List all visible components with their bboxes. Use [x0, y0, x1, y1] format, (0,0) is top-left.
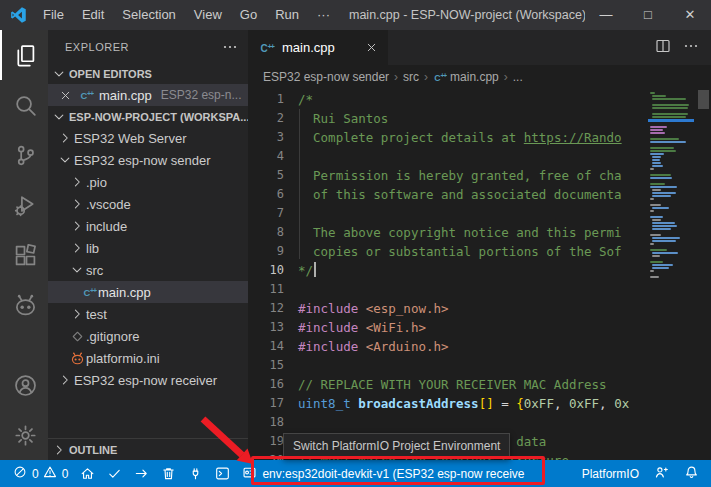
activity-run-and-debug[interactable] — [0, 180, 48, 230]
minimap-line — [650, 150, 676, 152]
breadcrumb-item[interactable]: ... — [513, 70, 523, 84]
tree-item-src[interactable]: src — [48, 259, 248, 281]
code-line-15[interactable]: 15 — [248, 356, 648, 375]
platformio-home-label[interactable]: PlatformIO — [582, 467, 639, 481]
tree-item-esp32-esp-now-sender[interactable]: ESP32 esp-now sender — [48, 149, 248, 171]
tree-item--pio[interactable]: .pio — [48, 171, 248, 193]
menu-run[interactable]: Run — [266, 7, 308, 22]
minimap-line — [652, 192, 676, 194]
breadcrumb-item[interactable]: src — [403, 70, 419, 84]
open-editors-header[interactable]: OPEN EDITORS — [48, 63, 248, 84]
code-text: of this software and associated document… — [298, 185, 622, 204]
breadcrumb-item[interactable]: C++main.cpp — [433, 70, 499, 84]
chevron-down-icon — [68, 263, 86, 277]
code-line-2[interactable]: 2 Rui Santos — [248, 109, 648, 128]
code-editor[interactable]: 1/*2 Rui Santos3 Complete project detail… — [248, 88, 711, 460]
tree-item-main-cpp[interactable]: C++main.cpp — [48, 281, 248, 303]
code-line-16[interactable]: 16// REPLACE WITH YOUR RECEIVER MAC Addr… — [248, 375, 648, 394]
menu-edit[interactable]: Edit — [73, 7, 113, 22]
more-actions-icon[interactable] — [683, 38, 699, 58]
activity-explorer[interactable] — [0, 30, 48, 80]
minimap-line — [652, 237, 680, 239]
minimap-line — [648, 123, 696, 125]
tree-item-test[interactable]: test — [48, 303, 248, 325]
minimap-line — [648, 101, 696, 103]
open-editor-item[interactable]: C++main.cppESP32 esp-n... — [48, 84, 248, 106]
tree-item-include[interactable]: include — [48, 215, 248, 237]
maximize-button[interactable]: □ — [627, 0, 669, 30]
close-button[interactable]: ✕ — [669, 0, 711, 30]
activity-source-control[interactable] — [0, 130, 48, 180]
minimap-line — [650, 261, 663, 263]
tree-item-esp32-esp-now-receiver[interactable]: ESP32 esp-now receiver — [48, 369, 248, 391]
tree-item-platformio-ini[interactable]: platformio.ini — [48, 347, 248, 369]
scrollbar-slider[interactable] — [698, 90, 709, 109]
tab-close-icon[interactable] — [365, 41, 378, 54]
tree-item-label: ESP32 esp-now sender — [74, 153, 211, 168]
pio-clean-button[interactable] — [155, 460, 182, 487]
code-line-8[interactable]: 8 The above copyright notice and this pe… — [248, 223, 648, 242]
minimap[interactable] — [648, 92, 696, 460]
tree-item--gitignore[interactable]: .gitignore — [48, 325, 248, 347]
menu-file[interactable]: File — [34, 7, 73, 22]
minimap-line — [652, 95, 666, 97]
activity-bar-bottom — [0, 360, 48, 460]
platformio-env-selector[interactable]: env:esp32doit-devkit-v1 (ESP32 esp-now r… — [236, 460, 530, 487]
chevron-right-icon — [68, 241, 86, 255]
tab-main-cpp[interactable]: C++ main.cpp — [248, 30, 388, 65]
pio-home-button[interactable] — [74, 460, 101, 487]
tree-item-label: ESP32 esp-now receiver — [74, 373, 217, 388]
code-line-12[interactable]: 12#include <esp_now.h> — [248, 299, 648, 318]
code-line-10[interactable]: 10*/ — [248, 261, 648, 280]
minimap-line — [648, 180, 696, 182]
editor-scrollbar[interactable] — [696, 88, 711, 460]
activity-manage[interactable] — [0, 410, 48, 460]
sidebar-title-row: EXPLORER — [48, 30, 248, 63]
split-editor-icon[interactable] — [655, 38, 671, 58]
code-line-11[interactable]: 11 — [248, 280, 648, 299]
minimap-line — [650, 126, 667, 128]
code-line-4[interactable]: 4 — [248, 147, 648, 166]
code-line-1[interactable]: 1/* — [248, 90, 648, 109]
source-control-icon — [14, 144, 37, 167]
code-line-3[interactable]: 3 Complete project details at https://Ra… — [248, 128, 648, 147]
pio-build-button[interactable] — [101, 460, 128, 487]
code-line-18[interactable]: 18 — [248, 413, 648, 432]
activity-extensions[interactable] — [0, 230, 48, 280]
outline-section-header[interactable]: OUTLINE — [48, 438, 248, 460]
tree-item--vscode[interactable]: .vscode — [48, 193, 248, 215]
breadcrumb-item[interactable]: ESP32 esp-now sender — [263, 70, 389, 84]
bell-icon[interactable] — [684, 465, 699, 483]
code-line-13[interactable]: 13#include <WiFi.h> — [248, 318, 648, 337]
code-line-7[interactable]: 7 — [248, 204, 648, 223]
code-line-5[interactable]: 5 Permission is hereby granted, free of … — [248, 166, 648, 185]
activity-accounts[interactable] — [0, 360, 48, 410]
line-number: 2 — [248, 109, 298, 128]
activity-platformio[interactable] — [0, 280, 48, 330]
code-line-9[interactable]: 9 copies or substantial portions of the … — [248, 242, 648, 261]
menu-go[interactable]: Go — [231, 7, 266, 22]
activity-search[interactable] — [0, 80, 48, 130]
tree-item-esp32-web-server[interactable]: ESP32 Web Server — [48, 127, 248, 149]
menu-[interactable]: ··· — [308, 7, 339, 22]
pio-serial-monitor-button[interactable] — [182, 460, 209, 487]
code-lines: 1/*2 Rui Santos3 Complete project detail… — [248, 90, 648, 460]
minimap-line — [652, 107, 688, 109]
code-line-17[interactable]: 17uint8_t broadcastAddress[] = {0xFF, 0x… — [248, 394, 648, 413]
problems-status[interactable]: 0 0 — [7, 460, 74, 487]
minimap-line — [650, 216, 663, 218]
minimize-button[interactable]: — — [585, 0, 627, 30]
minimap-line — [648, 119, 694, 122]
pio-new-terminal-button[interactable] — [209, 460, 236, 487]
tree-item-label: src — [86, 263, 103, 278]
sidebar-more-actions-icon[interactable] — [222, 39, 238, 55]
menu-view[interactable]: View — [185, 7, 231, 22]
pio-upload-button[interactable] — [128, 460, 155, 487]
code-line-6[interactable]: 6 of this software and associated docume… — [248, 185, 648, 204]
code-line-14[interactable]: 14#include <Arduino.h> — [248, 337, 648, 356]
feedback-icon[interactable] — [654, 465, 669, 483]
title-bar: FileEditSelectionViewGoRun··· main.cpp -… — [0, 0, 711, 30]
workspace-section-header[interactable]: ESP-NOW-PROJECT (WORKSPA... — [48, 106, 248, 127]
tree-item-lib[interactable]: lib — [48, 237, 248, 259]
menu-selection[interactable]: Selection — [113, 7, 184, 22]
